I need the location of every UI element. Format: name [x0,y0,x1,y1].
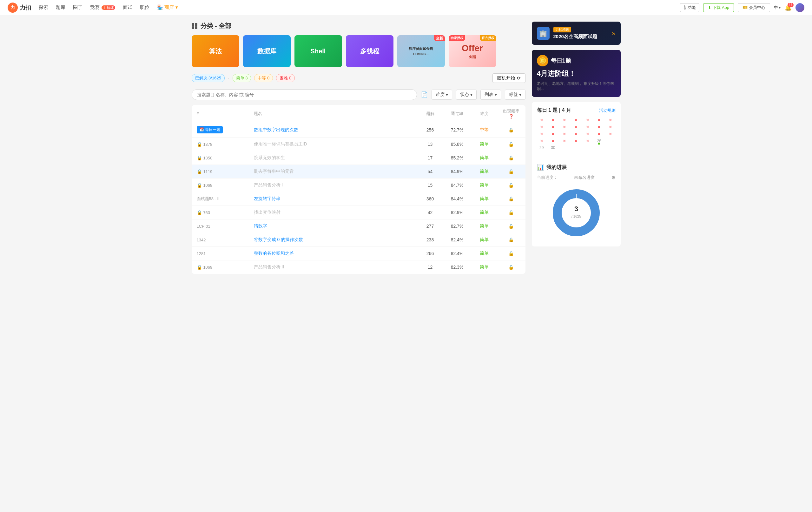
logo[interactable]: 力 力扣 [8,3,31,13]
td-freq-lock: 🔒 [497,219,525,233]
th-solutions: 题解 [417,105,443,122]
td-difficulty: 简单 [471,219,497,233]
td-pass-rate: 72.7% [443,122,471,137]
category-card-db[interactable]: 数据库 [243,35,291,67]
problem-title-link[interactable]: 数组中数字出现的次数 [254,127,298,132]
table-row: 📅 每日一题数组中数字出现的次数25672.7%中等🔒 [192,122,525,137]
td-freq-lock: 🔒 [497,192,525,206]
random-button[interactable]: 随机开始 ⟳ [492,73,525,83]
problem-title-locked: 产品销售分析 II [254,264,284,269]
language-button[interactable]: 中 ▾ [774,5,781,10]
td-difficulty: 简单 [471,179,497,192]
problem-title-link[interactable]: 将数字变成 0 的操作次数 [254,237,303,242]
progress-section: 📊 我的进展 当前进度： 未命名进度 ⚙ [532,159,621,246]
cal-item: ✕ [571,125,581,130]
td-pass-rate: 82.3% [443,261,471,274]
search-input[interactable] [192,89,417,100]
notification-button[interactable]: 🔔 17 [785,4,792,11]
difficulty-filter[interactable]: 难度 ▾ [432,89,452,100]
cal-item: ✕ [548,125,558,130]
table-row: 🔒 760找出变位映射4282.9%简单🔒 [192,206,525,219]
new-feature-button[interactable]: 新功能 [680,3,699,12]
problem-title-link[interactable]: 猜数字 [254,223,267,228]
list-filter[interactable]: 列表 ▾ [481,89,501,100]
problem-title-link[interactable]: 整数的各位积和之差 [254,251,294,256]
gear-icon[interactable]: ⚙ [611,175,616,180]
book1-badge: 全新 [434,35,445,41]
cal-item: ✕ [594,132,604,137]
th-title: 题名 [249,105,417,122]
td-solutions: 54 [417,165,443,179]
difficulty-label: 简单 [480,182,489,187]
category-header: 分类 - 全部 [192,22,525,30]
difficulty-label: 简单 [480,251,489,256]
nav-contest[interactable]: 竞赛 力扣杯 [90,4,115,10]
freq-lock-icon: 🔒 [508,237,514,242]
svg-text:/ 1625: / 1625 [571,214,581,218]
lock-icon: 🔒 [197,265,202,270]
hard-badge: 困难 0 [276,74,295,82]
banner2-desc: 老时间、老地方、老规则， 难度升级！等你来刷～ [537,81,616,92]
user-avatar[interactable] [795,3,804,12]
td-pass-rate: 85.2% [443,151,471,165]
category-card-algo[interactable]: 算法 [192,35,239,67]
td-row-num: 🔒 1068 [192,179,249,192]
problem-title-locked: 院系无效的学生 [254,155,285,160]
problem-num: 1350 [203,156,212,160]
problem-title-locked: 找出变位映射 [254,210,281,215]
book2-badge-exclusive: 独家授权 [449,35,465,41]
vip-button[interactable]: 🎫 会员中心 [738,3,770,12]
freq-lock-icon: 🔒 [508,127,514,132]
problem-title-link[interactable]: 左旋转字符串 [254,196,281,201]
download-button[interactable]: ⬇ 下载 App [703,3,734,12]
category-card-book1[interactable]: 全新 程序员面试金典 COMING... [397,35,445,67]
daily-rules[interactable]: 活动规则 [599,108,616,113]
cal-item: ✕ [548,138,558,143]
td-row-num: 📅 每日一题 [192,122,249,137]
cal-item: ✕ [537,132,546,137]
cal-item: ✕ [537,125,546,130]
banner2-content[interactable]: 🪙 每日1题 4月进阶组！ 老时间、老地方、老规则， 难度升级！等你来刷～ [532,50,621,97]
daily-challenge-card: 每日 1 题 | 4 月 活动规则 ✕ ✕ ✕ ✕ ✕ ✕ ✕ ✕ ✕ ✕ ✕ [532,102,621,246]
tag-filter[interactable]: 标签 ▾ [505,89,525,100]
sidebar-banner1: 🏢 力扣精选 2020名企高频面试题 » [532,22,621,45]
nav-explore[interactable]: 探索 [39,4,48,10]
category-title: 分类 - 全部 [201,22,232,30]
banner1-content[interactable]: 🏢 力扣精选 2020名企高频面试题 » [532,22,621,45]
category-cards: 算法 数据库 Shell 多线程 全新 程序员面试金典 COMING... 独家… [192,35,525,67]
cal-item: ✕ [583,132,592,137]
cal-item: ✕ [560,132,569,137]
td-pass-rate: 85.8% [443,137,471,151]
svg-text:3: 3 [574,205,578,213]
category-card-book2[interactable]: 独家授权 官方授权 Offer 剑指 [449,35,496,67]
nav-problems[interactable]: 题库 [56,4,65,10]
logo-text: 力扣 [20,4,31,11]
th-freq: 出现频率 ❓ [497,105,525,122]
nav-shop[interactable]: 🏪 商店 ▾ [157,4,178,10]
freq-lock-icon: 🔒 [508,224,514,229]
daily-calendar: ✕ ✕ ✕ ✕ ✕ ✕ ✕ ✕ ✕ ✕ ✕ ✕ ✕ ✕ ✕ [537,117,616,150]
problem-num: 1378 [203,142,212,147]
status-filter[interactable]: 状态 ▾ [456,89,476,100]
navbar-right: 新功能 ⬇ 下载 App 🎫 会员中心 中 ▾ 🔔 17 [680,3,804,12]
freq-lock-icon: 🔒 [508,142,514,147]
category-card-shell[interactable]: Shell [294,35,342,67]
cal-item: ✕ [537,117,546,123]
td-pass-rate: 84.7% [443,179,471,192]
td-row-num: 🔒 1069 [192,261,249,274]
td-title: 删去字符串中的元音 [249,165,417,179]
category-card-multithread[interactable]: 多线程 [346,35,394,67]
problem-num: 1069 [203,265,212,270]
cal-empty [606,145,615,150]
progress-current: 当前进度： 未命名进度 ⚙ [537,175,616,181]
difficulty-label: 简单 [480,169,489,174]
doc-icon[interactable]: 📄 [421,91,428,98]
nav-jobs[interactable]: 职位 [140,4,149,10]
daily-tag[interactable]: 📅 每日一题 [197,126,223,133]
difficulty-label: 简单 [480,223,489,228]
nav-interview[interactable]: 面试 [123,4,132,10]
cal-item: ✕ [583,138,592,143]
progress-label: 当前进度： [537,175,557,181]
nav-circle[interactable]: 圈子 [73,4,83,10]
freq-lock-icon: 🔒 [508,155,514,160]
